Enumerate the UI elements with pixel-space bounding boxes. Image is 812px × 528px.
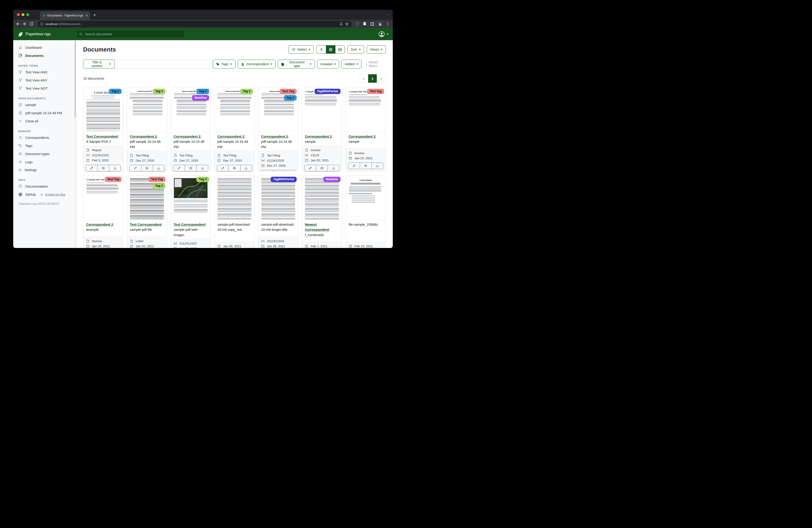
document-thumbnail[interactable]: Lorem ipsum <box>346 175 386 220</box>
user-menu-caret-icon[interactable] <box>387 34 389 35</box>
view-button[interactable] <box>185 165 197 171</box>
tag-badge[interactable]: Test Tag <box>280 89 297 94</box>
tag-badge[interactable]: Tag 2 <box>197 89 209 94</box>
tag-badge[interactable]: Tag 3 <box>153 183 165 188</box>
extensions-puzzle-icon[interactable] <box>363 22 367 26</box>
list-view-button[interactable] <box>317 45 326 53</box>
correspondent-link[interactable]: Test Correspondent <box>130 223 162 226</box>
reload-icon[interactable] <box>29 22 34 26</box>
previous-page-button[interactable]: « <box>359 74 368 83</box>
view-button[interactable] <box>360 162 372 169</box>
forward-icon[interactable] <box>23 22 27 26</box>
tags-filter-button[interactable]: Tags <box>213 60 236 69</box>
document-thumbnail[interactable]: A Simple PDF File TagWithPartial <box>302 87 342 132</box>
page-number-button[interactable]: 1 <box>368 74 377 83</box>
bookmark-star-icon[interactable] <box>345 22 349 26</box>
sidebar-item-documents[interactable]: Documents <box>13 52 76 60</box>
select-button[interactable]: Select <box>289 45 314 54</box>
sidebar-item-open-document[interactable]: pdf-sample 10.24.48 PM <box>13 109 76 117</box>
document-thumbnail[interactable]: Adobe Acrobat PDF Files Tag 2NewOne <box>171 87 211 132</box>
filter-text-input[interactable] <box>114 60 213 69</box>
tag-badge[interactable]: NewOne <box>192 95 209 101</box>
correspondent-link[interactable]: Test Correspondent <box>174 223 205 226</box>
split-screen-icon[interactable] <box>370 22 374 26</box>
view-button[interactable] <box>316 165 328 171</box>
app-brand[interactable]: Paperless-ngx <box>17 31 77 37</box>
tag-badge[interactable]: Test Tag <box>105 177 122 182</box>
minimize-window-button[interactable] <box>21 13 24 16</box>
browser-menu-icon[interactable] <box>386 22 390 26</box>
user-avatar-icon[interactable] <box>378 31 385 38</box>
sidebar-item-saved-view[interactable]: Test View ANY <box>13 76 76 84</box>
document-thumbnail[interactable]: Test TagTag 3 <box>127 175 167 220</box>
sidebar-item-settings[interactable]: ⚙ Settings <box>13 166 76 174</box>
document-thumbnail[interactable]: A Simple PDF File Test Tag <box>346 87 386 132</box>
download-button[interactable] <box>109 165 121 171</box>
view-button[interactable] <box>98 165 109 171</box>
document-thumbnail[interactable]: Adobe Acrobat PDF Files Test TagTag 2 <box>258 87 298 132</box>
correspondent-link[interactable]: Correspondent 2 <box>217 135 244 138</box>
correspondent-link[interactable]: Correspondent 2 <box>130 135 157 138</box>
sort-button[interactable]: Sort <box>348 45 364 54</box>
sidebar-item-tags[interactable]: Tags <box>13 142 76 150</box>
close-tab-icon[interactable]: × <box>86 14 88 17</box>
filter-field-button[interactable]: Title & content <box>83 60 114 69</box>
edit-button[interactable] <box>217 165 229 171</box>
edit-button[interactable] <box>304 165 316 171</box>
extension-badge-icon[interactable] <box>356 22 360 26</box>
download-button[interactable] <box>153 165 164 171</box>
tag-badge[interactable]: NewOne <box>323 177 340 182</box>
edit-button[interactable] <box>261 170 273 172</box>
document-type-filter-button[interactable]: Document type <box>278 60 315 69</box>
tab-list-chevron-icon[interactable]: ⌄ <box>387 13 390 16</box>
document-thumbnail[interactable]: Tag 3 <box>171 175 211 220</box>
search-input[interactable] <box>85 32 182 36</box>
tag-badge[interactable]: Tag 3 <box>240 89 253 94</box>
tag-badge[interactable]: Tag 3 <box>197 177 209 182</box>
sidebar-item-document-types[interactable]: Document types <box>13 150 76 158</box>
site-info-icon[interactable] <box>40 22 44 26</box>
created-filter-button[interactable]: Created <box>317 60 339 69</box>
tag-badge[interactable]: Test Tag <box>148 177 165 182</box>
browser-profile-avatar[interactable] <box>377 22 382 27</box>
download-button[interactable] <box>284 170 296 172</box>
edit-button[interactable] <box>86 165 98 171</box>
new-tab-button[interactable]: + <box>93 13 96 18</box>
sidebar-item-open-document[interactable]: sample <box>13 101 76 109</box>
address-bar[interactable]: localhost:4200/documents <box>38 21 352 27</box>
suggest-idea-link[interactable]: Suggest an idea <box>45 193 65 196</box>
views-button[interactable]: Views <box>367 45 386 54</box>
sidebar-item-logs[interactable]: Logs <box>13 158 76 166</box>
download-button[interactable] <box>328 165 339 171</box>
reset-filters-button[interactable]: × Reset filters <box>366 60 386 68</box>
sidebar-item-github[interactable]: GitHub Suggest an idea <box>13 190 76 199</box>
tag-badge[interactable]: Tag 2 <box>284 95 297 101</box>
tag-badge[interactable]: Test Tag <box>367 89 384 94</box>
back-icon[interactable] <box>16 22 20 26</box>
view-button[interactable] <box>229 165 240 171</box>
sidebar-item-close-all[interactable]: Close all <box>13 117 76 125</box>
share-icon[interactable] <box>339 22 343 26</box>
next-page-button[interactable]: » <box>377 74 386 83</box>
document-thumbnail[interactable]: Adobe Acrobat PDF Files Tag 3 <box>127 87 167 132</box>
correspondent-link[interactable]: Correspondent 2 <box>86 223 113 226</box>
correspondent-link[interactable]: Correspondent 2 <box>174 135 201 138</box>
document-thumbnail[interactable]: TagWithPartial <box>258 175 298 220</box>
edit-button[interactable] <box>348 162 360 169</box>
correspondent-link[interactable]: Correspondent 2 <box>349 135 376 138</box>
global-search[interactable] <box>77 30 185 38</box>
tag-badge[interactable]: Tag 2 <box>109 89 122 94</box>
grid-view-button[interactable] <box>326 45 335 53</box>
sidebar-item-dashboard[interactable]: Dashboard <box>13 43 76 52</box>
sidebar-scrollbar-thumb[interactable] <box>74 41 76 117</box>
document-thumbnail[interactable] <box>215 175 254 220</box>
tag-badge[interactable]: TagWithPartial <box>315 89 340 94</box>
tag-badge[interactable]: TagWithPartial <box>271 177 297 182</box>
view-button[interactable] <box>141 165 153 171</box>
document-thumbnail[interactable]: Adobe Acrobat PDF Files Tag 3 <box>215 87 254 132</box>
detail-view-button[interactable] <box>335 45 345 53</box>
document-thumbnail[interactable]: A Simple PDF File Test Tag <box>83 175 123 220</box>
view-button[interactable] <box>273 170 284 172</box>
browser-tab[interactable]: Documents - Paperless-ngx × <box>40 11 90 20</box>
correspondent-link[interactable]: Correspondent 2 <box>261 135 288 138</box>
